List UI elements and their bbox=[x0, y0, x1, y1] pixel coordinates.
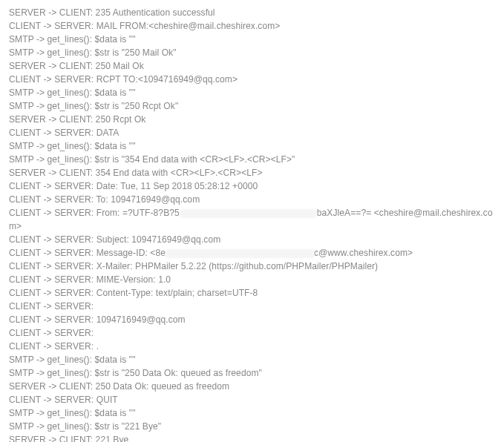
log-line: SERVER -> CLIENT: 221 Bye bbox=[9, 433, 495, 442]
log-line: CLIENT -> SERVER: bbox=[9, 300, 495, 313]
log-line: SMTP -> get_lines(): $str is "250 Data O… bbox=[9, 366, 495, 380]
log-text-suffix: c@www.cheshirex.com> bbox=[314, 248, 413, 258]
redacted-segment bbox=[180, 209, 317, 218]
log-line: CLIENT -> SERVER: From: =?UTF-8?B?5baXJl… bbox=[9, 206, 495, 233]
log-line: CLIENT -> SERVER: To: 1094716949@qq.com bbox=[9, 193, 495, 206]
log-line: SMTP -> get_lines(): $data is "" bbox=[9, 33, 495, 46]
log-line: SMTP -> get_lines(): $data is "" bbox=[9, 353, 495, 366]
log-line: SMTP -> get_lines(): $str is "250 Rcpt O… bbox=[9, 99, 495, 113]
log-line: CLIENT -> SERVER: bbox=[9, 326, 495, 340]
log-line: CLIENT -> SERVER: DATA bbox=[9, 126, 495, 139]
log-line: CLIENT -> SERVER: MIME-Version: 1.0 bbox=[9, 273, 495, 286]
log-line: SERVER -> CLIENT: 235 Authentication suc… bbox=[9, 6, 495, 19]
log-line: SMTP -> get_lines(): $str is "221 Bye" bbox=[9, 420, 495, 433]
redacted-segment bbox=[166, 249, 314, 258]
log-line: CLIENT -> SERVER: MAIL FROM:<cheshire@ma… bbox=[9, 19, 495, 33]
log-line: SERVER -> CLIENT: 250 Mail Ok bbox=[9, 59, 495, 73]
log-line: CLIENT -> SERVER: RCPT TO:<1094716949@qq… bbox=[9, 73, 495, 86]
log-line: CLIENT -> SERVER: . bbox=[9, 340, 495, 353]
log-line: SMTP -> get_lines(): $data is "" bbox=[9, 139, 495, 153]
log-line: SMTP -> get_lines(): $str is "354 End da… bbox=[9, 153, 495, 166]
log-line: CLIENT -> SERVER: Content-Type: text/pla… bbox=[9, 286, 495, 300]
log-text-prefix: CLIENT -> SERVER: Message-ID: <8e bbox=[9, 248, 166, 258]
log-line: CLIENT -> SERVER: 1094716949@qq.com bbox=[9, 313, 495, 326]
log-line: SMTP -> get_lines(): $data is "" bbox=[9, 406, 495, 420]
log-line: SMTP -> get_lines(): $data is "" bbox=[9, 86, 495, 99]
log-line: CLIENT -> SERVER: Subject: 1094716949@qq… bbox=[9, 233, 495, 246]
log-line: CLIENT -> SERVER: Date: Tue, 11 Sep 2018… bbox=[9, 179, 495, 193]
log-line: SERVER -> CLIENT: 354 End data with <CR>… bbox=[9, 166, 495, 179]
log-line: CLIENT -> SERVER: Message-ID: <8ec@www.c… bbox=[9, 246, 495, 260]
smtp-log-output: SERVER -> CLIENT: 235 Authentication suc… bbox=[9, 6, 495, 442]
log-line: CLIENT -> SERVER: X-Mailer: PHPMailer 5.… bbox=[9, 260, 495, 273]
log-text-prefix: CLIENT -> SERVER: From: =?UTF-8?B?5 bbox=[9, 208, 180, 218]
log-line: SERVER -> CLIENT: 250 Data Ok: queued as… bbox=[9, 380, 495, 393]
log-line: SMTP -> get_lines(): $str is "250 Mail O… bbox=[9, 46, 495, 59]
log-line: SERVER -> CLIENT: 250 Rcpt Ok bbox=[9, 113, 495, 126]
log-line: CLIENT -> SERVER: QUIT bbox=[9, 393, 495, 406]
